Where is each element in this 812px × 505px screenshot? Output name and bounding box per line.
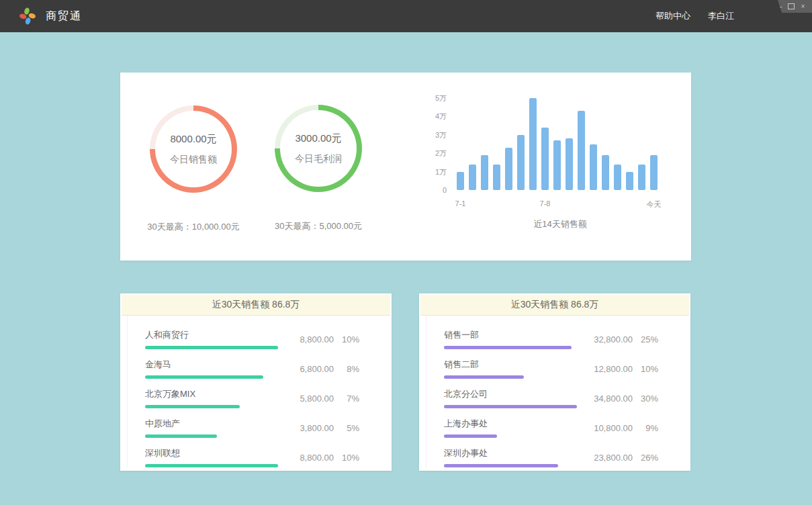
list-item-percent: 9%: [633, 423, 658, 433]
bar-day-16: [638, 165, 645, 190]
bar-day-8: [541, 128, 549, 190]
list-item-value: 8,800.00: [280, 334, 334, 345]
list-item-percent: 25%: [633, 334, 658, 345]
today-profit-label: 今日毛利润: [295, 153, 342, 165]
list-item-label: 深圳联想: [145, 447, 280, 459]
list-item-bar: [444, 405, 577, 408]
list-item-value: 23,800.00: [579, 453, 633, 463]
window-controls: — ×: [773, 0, 812, 13]
topbar-nav: 帮助中心 李白江: [656, 10, 734, 22]
list-item: 中原地产 3,800.00 5%: [145, 418, 359, 438]
y-tick-label: 4万: [435, 111, 447, 122]
y-axis: 01万2万3万4万5万: [416, 98, 447, 190]
bar-day-10: [566, 138, 573, 190]
bar-day-15: [626, 172, 633, 190]
list-item: 北京分公司 34,800.00 30%: [444, 388, 658, 408]
bar-day-6: [517, 135, 525, 190]
list-item-value: 32,800.00: [579, 334, 633, 345]
list-item-percent: 10%: [633, 364, 658, 374]
list-item-value: 3,800.00: [280, 423, 334, 433]
app-logo-pinwheel-icon: [19, 7, 36, 25]
topbar: 商贸通 帮助中心 李白江 — ×: [0, 0, 812, 32]
bar-day-13: [602, 155, 609, 190]
list-item-percent: 30%: [633, 394, 658, 404]
minimize-icon[interactable]: —: [775, 3, 782, 10]
list-item-bar: [145, 405, 240, 408]
customer-card-header: 近30天销售额 86.8万: [122, 295, 390, 316]
app-title: 商贸通: [46, 9, 82, 24]
list-item-value: 8,800.00: [280, 453, 334, 463]
list-item-value: 6,800.00: [280, 364, 334, 374]
today-profit-30d-max: 30天最高：5,000.00元: [255, 220, 382, 232]
list-item-percent: 10%: [334, 334, 359, 345]
list-item-value: 12,800.00: [579, 364, 633, 374]
bar-day-4: [493, 165, 500, 190]
department-sales-card: 近30天销售额 86.8万 销售一部 32,800.00 25% 销售二部 12…: [419, 293, 690, 471]
bar-day-11: [578, 111, 585, 190]
list-item-bar: [145, 375, 263, 379]
bar-day-12: [590, 144, 597, 191]
list-item-label: 上海办事处: [444, 418, 579, 430]
list-item-bar: [444, 464, 558, 467]
x-tick-label: 7-1: [455, 199, 466, 208]
list-item-label: 北京万象MIX: [145, 388, 280, 400]
x-axis: 7-17-8今天: [457, 199, 664, 209]
list-item: 金海马 6,800.00 8%: [145, 359, 359, 379]
list-item-label: 中原地产: [145, 418, 280, 430]
list-item: 上海办事处 10,800.00 9%: [444, 418, 658, 438]
list-item: 北京万象MIX 5,800.00 7%: [145, 388, 359, 408]
list-item-label: 深圳办事处: [444, 447, 579, 459]
today-profit-value: 3000.00元: [295, 132, 341, 145]
y-tick-label: 1万: [435, 167, 447, 177]
bar-day-17: [650, 155, 658, 190]
list-item-label: 销售一部: [444, 329, 579, 341]
y-tick-label: 2万: [435, 148, 447, 158]
user-menu[interactable]: 李白江: [708, 10, 734, 22]
list-item: 人和商贸行 8,800.00 10%: [145, 329, 359, 349]
list-item: 深圳联想 8,800.00 10%: [145, 447, 359, 467]
y-tick-label: 3万: [435, 130, 447, 140]
y-tick-label: 5万: [435, 93, 447, 103]
list-item-label: 北京分公司: [444, 388, 579, 400]
bar-day-9: [553, 140, 561, 190]
bar-day-5: [505, 148, 512, 190]
x-tick-label: 今天: [647, 199, 662, 210]
bar-day-2: [469, 165, 476, 190]
today-sales-label: 今日销售额: [170, 154, 217, 166]
maximize-icon[interactable]: [787, 3, 795, 10]
x-tick-label: 7-8: [540, 199, 551, 208]
chart-title: 近14天销售额: [457, 218, 664, 230]
customer-list: 人和商贸行 8,800.00 10% 金海马 6,800.00 8% 北京万象M…: [127, 316, 392, 467]
daily-sales-chart: 01万2万3万4万5万 7-17-8今天 近14天销售额: [416, 98, 664, 230]
list-item-value: 5,800.00: [280, 394, 334, 404]
today-sales-value: 8000.00元: [170, 133, 216, 146]
list-item-percent: 8%: [334, 364, 359, 374]
help-center-link[interactable]: 帮助中心: [656, 10, 690, 22]
customer-sales-card: 近30天销售额 86.8万 人和商贸行 8,800.00 10% 金海马 6,8…: [120, 293, 392, 471]
list-item: 销售一部 32,800.00 25%: [444, 329, 658, 349]
overview-card: 8000.00元 今日销售额 30天最高：10,000.00元 3000.00元…: [120, 73, 691, 261]
list-item-bar: [444, 434, 497, 438]
today-profit-donut-ring: 3000.00元 今日毛利润: [275, 105, 362, 192]
list-item-bar: [145, 346, 278, 349]
bar-series: [457, 98, 664, 190]
close-icon[interactable]: ×: [799, 3, 807, 10]
list-item-bar: [145, 464, 278, 467]
today-sales-gauge: 8000.00元 今日销售额 30天最高：10,000.00元: [130, 105, 257, 233]
bar-day-7: [529, 98, 537, 190]
list-item-percent: 7%: [334, 394, 359, 404]
list-item-label: 金海马: [145, 359, 280, 371]
bar-day-1: [457, 172, 464, 190]
list-item-bar: [444, 375, 524, 379]
list-item: 销售二部 12,800.00 10%: [444, 359, 658, 379]
list-item-percent: 5%: [334, 423, 359, 433]
today-profit-gauge: 3000.00元 今日毛利润 30天最高：5,000.00元: [255, 105, 382, 232]
today-sales-30d-max: 30天最高：10,000.00元: [130, 221, 257, 233]
y-tick-label: 0: [443, 186, 447, 194]
list-item-value: 34,800.00: [579, 394, 633, 404]
department-card-header: 近30天销售额 86.8万: [420, 295, 689, 316]
list-item-bar: [145, 434, 217, 438]
list-item-label: 销售二部: [444, 359, 579, 371]
list-item-value: 10,800.00: [579, 423, 633, 433]
bar-day-3: [481, 155, 488, 190]
